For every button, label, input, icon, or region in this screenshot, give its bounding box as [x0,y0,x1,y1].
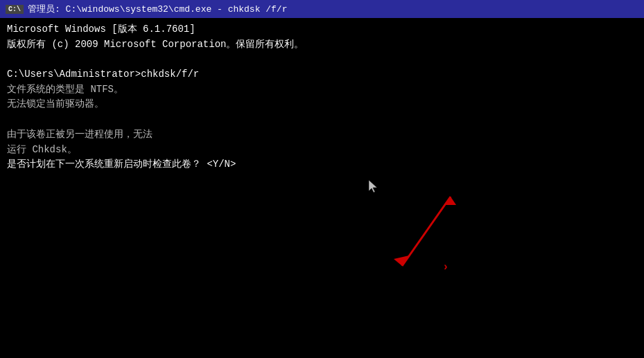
console-line-6: 无法锁定当前驱动器。 [7,97,637,112]
console-line-10: 是否计划在下一次系统重新启动时检查此卷？ <Y/N> [7,157,637,172]
console-line-2: 版权所有 (c) 2009 Microsoft Corporation。保留所有… [7,37,637,53]
console-line-8: 由于该卷正被另一进程使用，无法 [7,127,637,143]
console-line-3 [7,52,637,67]
cmd-window: C:\ 管理员: C:\windows\system32\cmd.exe - c… [0,0,644,358]
title-bar-text: 管理员: C:\windows\system32\cmd.exe - chkds… [28,3,638,15]
svg-line-1 [402,197,451,266]
console-line-5: 文件系统的类型是 NTFS。 [7,82,637,98]
console-line-4: C:\Users\Administrator>chkdsk/f/r [7,67,637,82]
console-line-1: Microsoft Windows [版本 6.1.7601] [7,22,637,37]
title-bar: C:\ 管理员: C:\windows\system32\cmd.exe - c… [0,0,644,18]
console-line-9: 运行 Chkdsk。 [7,143,637,158]
svg-marker-0 [369,180,377,193]
console-line-7 [7,112,637,127]
annotation-arrow [388,190,471,285]
console-body[interactable]: Microsoft Windows [版本 6.1.7601] 版权所有 (c)… [0,18,644,358]
red-caret: › [442,259,449,276]
cmd-icon: C:\ [6,5,24,14]
